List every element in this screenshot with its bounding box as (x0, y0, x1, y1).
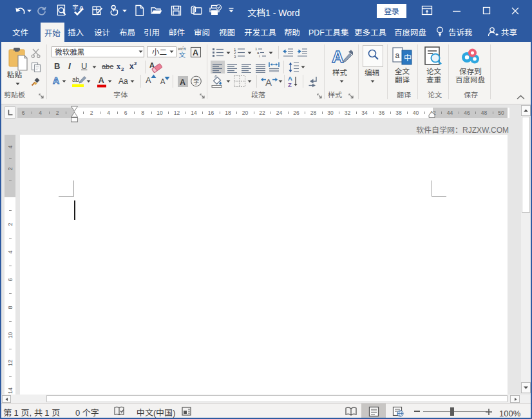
svg-text:文: 文 (179, 50, 186, 58)
svg-text:i: i (259, 54, 260, 58)
svg-text:字: 字 (72, 4, 79, 12)
svg-text:字: 字 (193, 77, 199, 86)
svg-text:ab: ab (72, 76, 80, 83)
svg-text:中: 中 (404, 52, 412, 63)
svg-text:A: A (180, 78, 185, 87)
svg-text:A: A (332, 47, 344, 66)
svg-text:3: 3 (234, 55, 236, 59)
svg-text:a: a (395, 51, 400, 60)
svg-text:A: A (99, 75, 105, 85)
svg-text:A: A (265, 77, 272, 88)
svg-text:A: A (193, 48, 198, 57)
svg-text:Z: Z (288, 81, 292, 88)
